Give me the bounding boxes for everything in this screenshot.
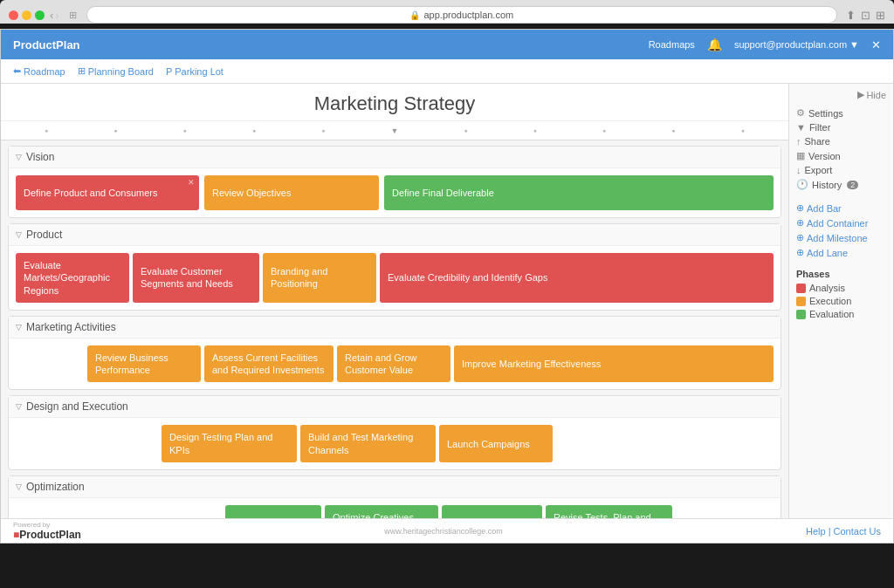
address-bar[interactable]: 🔒 app.productplan.com: [86, 6, 837, 24]
browser-action-buttons: ⬆ ⊡ ⊞: [846, 9, 885, 22]
roadmaps-nav[interactable]: Roadmaps: [649, 39, 695, 50]
optimization-lane-body: Review Success Optimize Creatives and Co…: [9, 498, 781, 518]
timeline-dot: ●: [602, 127, 606, 133]
footer-logo-text: ProductPlan: [19, 529, 81, 541]
add-lane-label: Add Lane: [807, 248, 848, 258]
footer-logo: ■ProductPlan: [13, 529, 81, 541]
card-build-test[interactable]: Build and Test Marketing Channels: [300, 425, 436, 462]
footer-brand-section: Powered by ■ProductPlan: [13, 521, 81, 541]
share-label: Share: [805, 136, 830, 147]
hide-button[interactable]: ▶ Hide: [857, 89, 886, 100]
parking-lot-nav-item[interactable]: P Parking Lot: [166, 66, 224, 77]
filter-label: Filter: [809, 122, 830, 133]
share-icon: ↑: [796, 136, 801, 147]
card-branding[interactable]: Branding and Positioning: [263, 253, 376, 303]
optimization-lane-header[interactable]: ▽ Optimization: [9, 476, 781, 498]
roadmap-nav-item[interactable]: ⬅ Roadmap: [13, 65, 65, 77]
card-assess-facilities[interactable]: Assess Current Facilities and Required I…: [204, 345, 334, 383]
new-tab-button[interactable]: ⊡: [861, 9, 870, 22]
planning-board-icon: ⊞: [78, 65, 86, 77]
phase-analysis-label: Analysis: [809, 283, 845, 293]
traffic-light-green[interactable]: [35, 10, 45, 20]
add-container-label: Add Container: [807, 218, 868, 229]
add-bar-item[interactable]: ⊕ Add Bar: [796, 201, 886, 215]
share-item[interactable]: ↑ Share: [796, 134, 886, 148]
vision-lane-body: Define Product and Consumers ✕ Review Ob…: [9, 168, 781, 217]
add-bar-icon: ⊕: [796, 202, 804, 214]
add-lane-item[interactable]: ⊕ Add Lane: [796, 245, 886, 260]
product-lane-body: Evaluate Markets/Geographic Regions Eval…: [9, 246, 781, 310]
export-item[interactable]: ↓ Export: [796, 163, 886, 177]
card-review-business[interactable]: Review Business Performance: [87, 345, 201, 383]
sidebar-browser-button[interactable]: ⊞: [876, 9, 885, 22]
phase-analysis-color: [796, 284, 806, 293]
card-define-product[interactable]: Define Product and Consumers ✕: [16, 175, 199, 210]
footer-links[interactable]: Help | Contact Us: [806, 526, 881, 537]
view-toggle-button[interactable]: ⊞: [65, 8, 81, 23]
export-icon: ↓: [796, 165, 801, 175]
timeline-dot: ●: [183, 127, 187, 133]
sidebar-add-section: ⊕ Add Bar ⊕ Add Container ⊕ Add Mileston…: [796, 201, 886, 260]
close-app-icon[interactable]: ✕: [871, 38, 881, 51]
lanes-container: ▽ Vision Define Product and Consumers ✕ …: [1, 140, 788, 518]
settings-label: Settings: [808, 108, 843, 119]
design-lane-header[interactable]: ▽ Design and Execution: [9, 396, 781, 418]
vision-lane-header[interactable]: ▽ Vision: [9, 147, 781, 168]
optimization-lane: ▽ Optimization Review Success Optimize C…: [8, 475, 781, 518]
support-nav[interactable]: support@productplan.com ▼: [734, 39, 859, 50]
traffic-light-yellow[interactable]: [22, 10, 31, 20]
traffic-light-red[interactable]: [9, 10, 18, 20]
timeline-dot: ●: [113, 127, 117, 133]
back-button[interactable]: ‹: [50, 9, 53, 22]
version-label: Version: [808, 151, 841, 161]
roadmap-content: Marketing Strategy ● ● ● ● ● ▼ ● ● ● ● ●: [1, 84, 788, 518]
share-browser-button[interactable]: ⬆: [846, 9, 856, 22]
history-item[interactable]: 🕐 History 2: [796, 177, 886, 192]
card-evaluate-customer[interactable]: Evaluate Customer Segments and Needs: [133, 253, 259, 303]
hide-section: ▶ Hide: [796, 89, 886, 100]
forward-button[interactable]: ›: [55, 9, 58, 22]
parking-lot-label: Parking Lot: [175, 66, 224, 77]
phase-execution-color: [796, 297, 806, 306]
roadmap-label: Roadmap: [24, 66, 65, 77]
timeline-arrow-icon: ▼: [390, 126, 398, 135]
card-design-testing[interactable]: Design Testing Plan and KPIs: [162, 425, 297, 462]
add-milestone-item[interactable]: ⊕ Add Milestone: [796, 230, 886, 245]
card-adjust-investments[interactable]: Adjust Investments: [442, 505, 542, 518]
card-define-final[interactable]: Define Final Deliverable: [384, 175, 774, 210]
product-lane-header[interactable]: ▽ Product: [9, 224, 781, 246]
design-lane: ▽ Design and Execution Design Testing Pl…: [8, 395, 781, 470]
card-evaluate-credibility[interactable]: Evaluate Credibility and Identify Gaps: [380, 253, 774, 303]
add-container-item[interactable]: ⊕ Add Container: [796, 215, 886, 230]
settings-item[interactable]: ⚙ Settings: [796, 106, 886, 120]
card-optimize-creatives[interactable]: Optimize Creatives and Copy: [325, 505, 438, 518]
card-retain-grow[interactable]: Retain and Grow Customer Value: [337, 345, 450, 383]
vision-lane: ▽ Vision Define Product and Consumers ✕ …: [8, 146, 781, 218]
phases-section: Phases Analysis Execution Evaluation: [796, 269, 886, 319]
phase-execution: Execution: [796, 296, 886, 306]
app-logo: ProductPlan: [13, 38, 80, 51]
card-evaluate-markets[interactable]: Evaluate Markets/Geographic Regions: [16, 253, 129, 303]
header-nav: Roadmaps 🔔 support@productplan.com ▼ ✕: [649, 38, 881, 51]
export-label: Export: [805, 165, 833, 175]
card-launch-campaigns[interactable]: Launch Campaigns: [439, 425, 553, 462]
add-container-icon: ⊕: [796, 217, 804, 229]
history-icon: 🕐: [796, 179, 808, 190]
card-review-success[interactable]: Review Success: [225, 505, 321, 518]
card-improve-marketing[interactable]: Improve Marketing Effectiveness: [454, 345, 774, 383]
timeline-dot: ●: [533, 127, 537, 133]
planning-board-nav-item[interactable]: ⊞ Planning Board: [78, 65, 154, 77]
add-milestone-icon: ⊕: [796, 232, 804, 243]
version-item[interactable]: ▦ Version: [796, 148, 886, 163]
url-text: app.productplan.com: [423, 10, 513, 20]
right-sidebar: ▶ Hide ⚙ Settings ▼ Filter ↑ Share: [788, 84, 893, 518]
marketing-lane-header[interactable]: ▽ Marketing Activities: [9, 317, 781, 338]
card-review-objectives[interactable]: Review Objectives: [204, 175, 379, 210]
card-revise-tests[interactable]: Revise Tests, Plan and Optimize: [546, 505, 672, 518]
marketing-lane-body: Review Business Performance Assess Curre…: [9, 338, 781, 390]
filter-item[interactable]: ▼ Filter: [796, 120, 886, 134]
timeline-dots: ● ● ● ● ● ▼ ● ● ● ● ●: [45, 126, 745, 135]
page-title-area: Marketing Strategy: [1, 84, 788, 121]
notification-bell-icon[interactable]: 🔔: [707, 38, 722, 51]
version-icon: ▦: [796, 150, 805, 161]
